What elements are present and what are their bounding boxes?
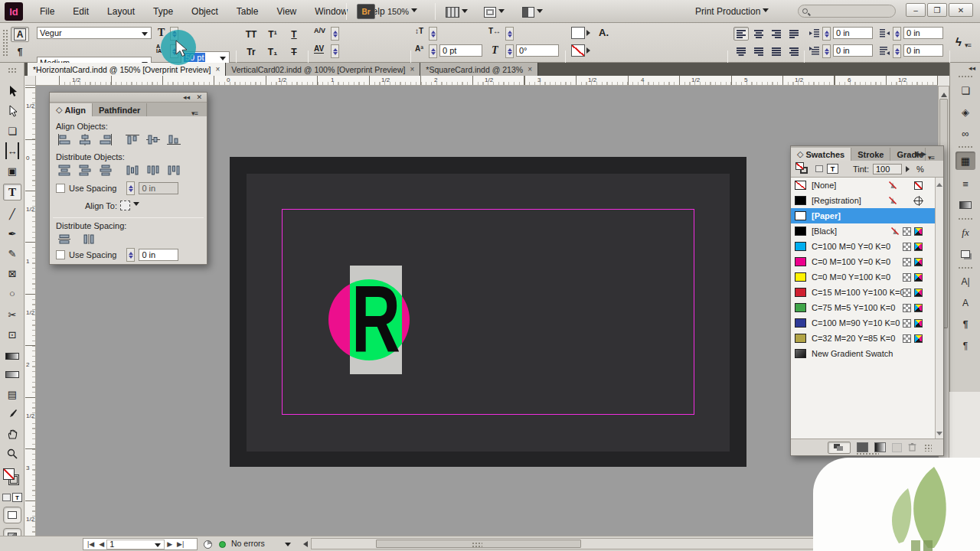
vertical-scale-stepper[interactable] [429,27,437,41]
spacing-field-2[interactable]: 0 in [139,249,178,261]
tab-pathfinder[interactable]: Pathfinder [93,103,147,116]
align-right-button[interactable] [769,27,784,41]
close-tab-icon[interactable]: × [528,65,532,73]
font-size-stepper[interactable] [170,27,178,41]
menu-layout[interactable]: Layout [98,0,144,23]
zoom-level-dropdown[interactable]: 150% [387,4,417,19]
chevron-right-icon[interactable] [906,166,913,172]
align-left-edges-button[interactable] [56,132,73,146]
fill-proxy-swatch[interactable] [3,468,15,480]
spacing-stepper-2[interactable] [126,248,135,262]
tool-rectangle-frame[interactable]: ⊠ [3,265,21,282]
show-gradient-swatches-button[interactable] [874,442,886,452]
panel-resize-handle[interactable] [856,452,879,455]
tool-gap[interactable]: ↔ [5,142,19,159]
skew-stepper[interactable] [505,44,514,58]
bridge-button[interactable]: Br [357,4,375,19]
window-restore-button[interactable]: ❐ [927,3,947,17]
swatch-row-black[interactable]: [Black] [791,223,935,239]
dock-character-styles-button[interactable]: A [956,294,975,312]
horizontal-scale-stepper[interactable] [505,27,514,41]
swatch-row-new-gradient[interactable]: New Gradient Swatch [791,346,935,361]
new-swatch-button[interactable] [892,443,902,452]
use-spacing-checkbox-2[interactable] [56,250,65,259]
dock-swatches-button[interactable]: ▦ [956,152,975,170]
workspace-switcher[interactable]: Print Production [695,4,769,19]
swatch-row-green[interactable]: C=75 M=5 Y=100 K=0 [791,300,935,315]
view-mode-normal-button[interactable] [3,507,21,523]
dock-paragraph-styles-button[interactable]: ¶ [956,315,975,334]
indent-last-line-field[interactable]: 0 in [903,44,943,57]
page-number-field[interactable]: 1 [106,540,165,549]
distribute-left-edges-button[interactable] [124,163,141,177]
leading-stepper[interactable] [170,44,178,58]
tracking-stepper[interactable] [331,44,339,58]
tool-pencil[interactable]: ✎ [3,245,21,262]
tool-eyedropper[interactable] [3,406,21,422]
formatting-affects-container-button[interactable] [2,494,11,501]
first-page-button[interactable]: |◀ [85,540,96,548]
dock-pages-button[interactable]: ❏ [956,81,975,99]
align-left-button[interactable] [733,27,749,41]
dock-grip[interactable] [958,145,973,148]
tool-pen[interactable]: ✒ [3,225,21,242]
justify-right-button[interactable] [751,44,766,58]
next-page-button[interactable]: ▶ [165,540,175,548]
dock-paragraph-button[interactable]: ¶ [956,337,975,355]
tab-verticalcard02[interactable]: VerticalCard02.indd @ 100% [Overprint Pr… [226,63,420,76]
dock-layers-button[interactable]: ◈ [956,103,975,121]
use-spacing-checkbox[interactable] [56,184,65,193]
tab-swatches[interactable]: ◇Swatches [791,148,851,161]
justify-center-button[interactable] [733,44,749,58]
tab-stroke[interactable]: Stroke [851,148,890,161]
small-caps-button[interactable]: Tr [242,44,260,60]
panel-menu-button[interactable] [965,37,977,45]
window-minimize-button[interactable]: – [906,3,926,17]
subscript-button[interactable]: T₁ [263,44,282,60]
align-center-button[interactable] [751,27,766,41]
align-towards-spine-button[interactable] [786,44,802,58]
quick-apply-button[interactable]: ϟ [956,35,962,48]
formatting-affects-text-button[interactable]: T [12,493,22,502]
tool-type[interactable]: T [3,184,21,201]
panel-grip[interactable] [2,29,8,57]
tool-direct-selection[interactable] [3,103,21,119]
strikethrough-button[interactable]: T [285,44,303,60]
show-swatch-views-button[interactable] [828,442,851,454]
font-size-field[interactable]: 50 pt [181,51,230,64]
distribute-right-edges-button[interactable] [165,163,182,177]
scroll-up-icon[interactable] [936,180,942,187]
dock-character-button[interactable]: A| [956,272,975,291]
scroll-down-icon[interactable] [936,432,942,439]
align-horizontal-centers-button[interactable] [77,132,93,146]
underline-button[interactable]: T [285,27,303,42]
window-close-button[interactable]: ✕ [949,3,973,17]
collapse-dock-icon[interactable]: ◂◂ [969,64,975,72]
dock-gradient-button[interactable] [956,196,975,214]
formatting-affects-container-button[interactable] [815,165,823,172]
horizontal-scroll-thumb[interactable] [376,540,581,548]
swatch-row-yellow[interactable]: C=0 M=0 Y=100 K=0 [791,269,935,285]
swatch-row-blue[interactable]: C=100 M=90 Y=10 K=0 [791,315,935,331]
stroke-color-control[interactable] [571,44,593,57]
baseline-shift-stepper[interactable] [429,44,437,58]
arrange-documents-dropdown[interactable] [522,5,543,20]
spacing-field[interactable]: 0 in [139,182,178,194]
panel-fill-stroke-proxy[interactable] [795,162,811,175]
tab-horizontalcard[interactable]: *HorizontalCard.indd @ 150% [Overprint P… [28,63,226,76]
swatch-row-magenta[interactable]: C=0 M=100 Y=0 K=0 [791,254,935,269]
tool-content-collector[interactable]: ▣ [3,162,21,179]
tool-ellipse[interactable]: ○ [3,285,21,302]
menu-file[interactable]: File [31,0,64,23]
distribute-bottom-edges-button[interactable] [97,163,114,177]
swatch-row-none[interactable]: [None] [791,178,935,193]
distribute-top-edges-button[interactable] [56,163,73,177]
indent-left-stepper[interactable] [822,27,831,41]
distribute-horizontal-centers-button[interactable] [145,163,162,177]
dock-grip[interactable] [958,217,973,220]
ruler-origin-box[interactable] [25,76,36,86]
tool-selection[interactable] [3,83,21,99]
scroll-up-icon[interactable] [941,90,947,97]
menu-edit[interactable]: Edit [64,0,98,23]
indent-right-field[interactable]: 0 in [903,27,943,39]
